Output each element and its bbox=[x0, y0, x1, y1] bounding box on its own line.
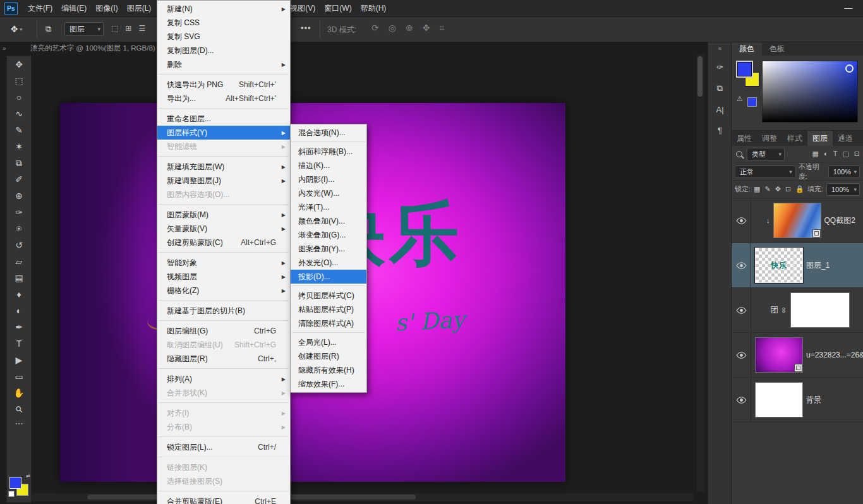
brush-settings-icon[interactable]: ✑ bbox=[716, 63, 723, 72]
layer-visibility-toggle[interactable] bbox=[732, 288, 751, 332]
gamut-warning-icon[interactable]: ⚠ bbox=[737, 95, 743, 103]
lock-icon[interactable]: ✎ bbox=[764, 185, 770, 193]
menu-item[interactable]: 复制 CSS bbox=[157, 16, 290, 30]
menu-item[interactable]: 合并剪贴蒙版(E)Ctrl+E bbox=[157, 495, 290, 504]
menubar-item[interactable]: 图层(L) bbox=[123, 0, 156, 16]
lock-icon[interactable]: ✥ bbox=[775, 185, 781, 193]
menubar-item[interactable]: 文件(F) bbox=[23, 0, 57, 16]
menubar-item[interactable]: 窗口(W) bbox=[320, 0, 356, 16]
rectangle-tool[interactable]: ▭ bbox=[7, 368, 31, 385]
align-icon[interactable]: ⬚ bbox=[111, 24, 118, 33]
3d-mode-icon[interactable]: ⌗ bbox=[439, 23, 444, 33]
layer-visibility-toggle[interactable] bbox=[732, 333, 751, 377]
panel-tab[interactable]: 颜色 bbox=[732, 42, 762, 56]
auto-select-layers-icon[interactable]: ⧉ bbox=[45, 24, 51, 34]
menu-item[interactable]: 全局光(L)... bbox=[291, 335, 366, 349]
layer-mask-thumbnail[interactable] bbox=[790, 292, 850, 328]
menu-item[interactable]: 锁定图层(L)...Ctrl+/ bbox=[157, 440, 290, 454]
menu-item[interactable]: 描边(K)... bbox=[291, 159, 366, 172]
clone-source-icon[interactable]: ⧉ bbox=[717, 83, 723, 93]
default-colors-icon[interactable] bbox=[8, 491, 15, 497]
rect-marquee-tool[interactable]: ⬚ bbox=[7, 73, 31, 89]
fill-value[interactable]: 100% bbox=[826, 183, 860, 196]
menu-item[interactable]: 混合选项(N)... bbox=[291, 126, 366, 140]
layer-thumbnail[interactable] bbox=[755, 337, 803, 373]
paragraph-panel-icon[interactable]: ¶ bbox=[718, 126, 722, 135]
menu-item[interactable]: 快速导出为 PNGShift+Ctrl+' bbox=[157, 78, 290, 92]
menu-item[interactable]: 重命名图层... bbox=[157, 112, 290, 126]
menu-item[interactable]: 颜色叠加(V)... bbox=[291, 214, 366, 228]
menu-item[interactable]: 复制图层(D)... bbox=[157, 44, 290, 57]
type-tool[interactable]: T bbox=[7, 335, 31, 352]
layer-thumbnail[interactable] bbox=[773, 203, 821, 238]
layer-visibility-toggle[interactable] bbox=[732, 198, 751, 243]
panel-tab[interactable]: 路径 bbox=[858, 131, 863, 146]
more-options-button[interactable]: ••• bbox=[301, 23, 311, 33]
lock-icon[interactable]: ⊡ bbox=[785, 185, 791, 193]
menu-item[interactable]: 投影(D)... bbox=[291, 270, 366, 284]
menu-item[interactable]: 隐藏图层(R)Ctrl+, bbox=[157, 352, 290, 366]
layer-row[interactable]: 快乐图层_1 bbox=[732, 243, 863, 288]
layer-filter-icon[interactable]: ▦ bbox=[812, 150, 819, 158]
auto-select-target-dropdown[interactable]: 图层 bbox=[64, 22, 104, 36]
menubar-item[interactable]: 编辑(E) bbox=[57, 0, 91, 16]
layer-filter-icon[interactable]: ◐ bbox=[824, 150, 828, 158]
layer-name[interactable]: 背景 bbox=[806, 395, 821, 405]
menu-item[interactable]: 新建填充图层(W)▶ bbox=[157, 160, 290, 174]
horizontal-scrollbar[interactable] bbox=[11, 493, 694, 501]
layer-row[interactable]: 团∞ bbox=[732, 288, 863, 333]
menubar-item[interactable]: 图像(I) bbox=[91, 0, 122, 16]
lock-icon[interactable]: 🔒 bbox=[795, 185, 804, 193]
panel-tab[interactable]: 属性 bbox=[732, 131, 757, 146]
move-tool[interactable]: ✥ bbox=[7, 56, 31, 73]
menu-item[interactable]: 外发光(O)... bbox=[291, 256, 366, 270]
3d-mode-icon[interactable]: ✥ bbox=[423, 23, 430, 33]
3d-mode-icon[interactable]: ◎ bbox=[389, 23, 396, 33]
menu-item[interactable]: 光泽(T)... bbox=[291, 200, 366, 214]
layer-visibility-toggle[interactable] bbox=[732, 243, 751, 287]
layer-name[interactable]: QQ截图2 bbox=[824, 215, 855, 226]
clone-stamp-tool[interactable]: ⍟ bbox=[7, 220, 31, 237]
layer-row[interactable]: 背景 bbox=[732, 378, 863, 423]
menubar-item[interactable]: 视图(V) bbox=[286, 0, 320, 16]
foreground-color-swatch[interactable] bbox=[9, 477, 21, 489]
menu-item[interactable]: 缩放效果(F)... bbox=[291, 377, 366, 391]
history-brush-tool[interactable]: ↺ bbox=[7, 237, 31, 253]
dodge-tool[interactable]: ◐ bbox=[7, 303, 31, 319]
menu-item[interactable]: 图层蒙版(M)▶ bbox=[157, 208, 290, 222]
align-icon[interactable]: ⊞ bbox=[125, 24, 131, 33]
path-select-tool[interactable]: ▶ bbox=[7, 352, 31, 368]
lasso-tool[interactable]: ∿ bbox=[7, 105, 31, 122]
menu-item[interactable]: 斜面和浮雕(B)... bbox=[291, 145, 366, 159]
lock-icon[interactable]: ▦ bbox=[754, 185, 760, 193]
minimize-button[interactable]: — bbox=[834, 0, 863, 16]
align-icon[interactable]: ☰ bbox=[138, 24, 145, 33]
3d-mode-icon[interactable]: ⊚ bbox=[406, 23, 413, 33]
menu-item[interactable]: 渐变叠加(G)... bbox=[291, 228, 366, 242]
menu-item[interactable]: 图案叠加(Y)... bbox=[291, 242, 366, 256]
color-picker-handle[interactable] bbox=[845, 64, 854, 73]
panel-tab[interactable]: 样式 bbox=[782, 131, 807, 146]
layer-name[interactable]: 图层_1 bbox=[806, 260, 830, 271]
layer-row[interactable]: ↓QQ截图2 bbox=[732, 198, 863, 243]
opacity-value[interactable]: 100% bbox=[828, 165, 860, 178]
vertical-scrollbar-thumb[interactable] bbox=[697, 56, 703, 97]
panel-tab[interactable]: 通道 bbox=[833, 131, 858, 146]
panel-tab[interactable]: 调整 bbox=[757, 131, 782, 146]
crop-tool[interactable]: ⧉ bbox=[7, 155, 31, 171]
layer-thumbnail[interactable]: 快乐 bbox=[755, 248, 803, 283]
menu-item[interactable]: 复制 SVG bbox=[157, 30, 290, 44]
eyedropper-tool[interactable]: ✐ bbox=[7, 171, 31, 188]
expand-panels-icon[interactable]: « bbox=[718, 45, 722, 52]
menu-item[interactable]: 导出为...Alt+Shift+Ctrl+' bbox=[157, 92, 290, 105]
menu-item[interactable]: 拷贝图层样式(C) bbox=[291, 289, 366, 303]
layer-row[interactable]: u=232823...=26& bbox=[732, 333, 863, 378]
layer-visibility-toggle[interactable] bbox=[732, 378, 751, 422]
layer-filter-icon[interactable]: T bbox=[833, 150, 838, 158]
menu-item[interactable]: 创建图层(R) bbox=[291, 349, 366, 363]
magic-wand-tool[interactable]: ✶ bbox=[7, 138, 31, 155]
menu-item[interactable]: 新建调整图层(J)▶ bbox=[157, 174, 290, 188]
menu-item[interactable]: 删除▶ bbox=[157, 57, 290, 71]
menu-item[interactable]: 排列(A)▶ bbox=[157, 372, 290, 386]
layer-filter-icon[interactable]: ⊡ bbox=[854, 150, 860, 158]
